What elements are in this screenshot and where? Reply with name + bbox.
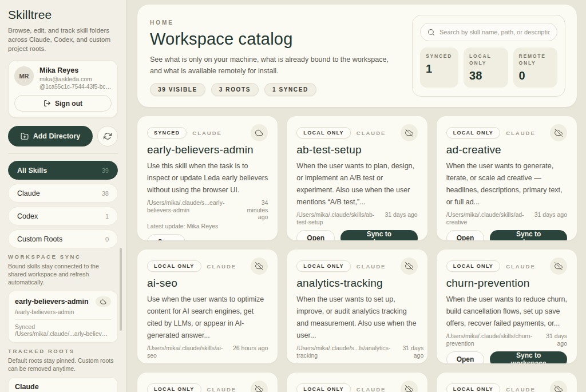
cloud-off-icon[interactable]: [550, 258, 567, 275]
source-label: CLAUDE: [506, 386, 536, 392]
sync-to-workspace-button[interactable]: Sync to workspace: [490, 230, 567, 240]
synced-count-badge: 1 SYNCED: [264, 83, 316, 96]
skill-card-ad-creative: LOCAL ONLY CLAUDE ad-creative When the u…: [437, 116, 577, 240]
user-id: @1ca55c1c-7544-43f5-bcb1-f...: [39, 84, 114, 90]
sync-to-workspace-button[interactable]: Sync to workspace: [490, 351, 567, 363]
sync-to-workspace-button[interactable]: Sync to workspace: [340, 230, 418, 240]
visible-count-badge: 39 VISIBLE: [150, 83, 205, 96]
status-badge: LOCAL ONLY: [446, 383, 501, 392]
synced-skill-title: early-believers-admin: [15, 298, 89, 306]
skill-path: /Users/mika/.claude/s...ls/analytics-tra…: [296, 345, 390, 359]
nav-count: 38: [102, 190, 109, 197]
app-tagline: Browse, edit, and track skill folders ac…: [8, 26, 118, 53]
cloud-off-icon[interactable]: [401, 258, 418, 275]
skill-card-ai-seo: LOCAL ONLY CLAUDE ai-seo Use when the us…: [137, 250, 278, 363]
add-directory-button[interactable]: Add Directory: [8, 126, 93, 146]
skill-description: Use this skill when the task is to inspe…: [147, 160, 268, 196]
nav-count: 0: [105, 236, 109, 243]
skill-description: When the user wants to generate, iterate…: [446, 160, 567, 208]
tracked-root-card[interactable]: Claude /Users/mika/.claude/skills 38 ski…: [8, 377, 118, 392]
page-title: Workspace catalog: [150, 30, 402, 49]
user-name: Mika Reyes: [39, 66, 114, 74]
status-badge: LOCAL ONLY: [446, 127, 501, 138]
sign-out-button[interactable]: Sign out: [14, 95, 112, 112]
source-label: CLAUDE: [357, 386, 386, 392]
refresh-button[interactable]: [97, 126, 118, 146]
synced-skill-path: /Users/mika/.claude/...arly-believers-ad…: [15, 330, 109, 337]
search-input[interactable]: [440, 29, 550, 35]
skill-card-cold-email: LOCAL ONLY CLAUDE cold-email: [137, 373, 278, 392]
open-button[interactable]: Open: [446, 351, 485, 363]
skill-card-content-calendar: LOCAL ONLY CLAUDE content-calendar: [437, 373, 577, 392]
source-label: CLAUDE: [192, 130, 222, 136]
skill-card-early-believers-admin: SYNCED CLAUDE early-believers-admin Use …: [137, 116, 278, 240]
nav-count: 1: [105, 213, 109, 220]
skill-path: /Users/mika/.claude/s...early-believers-…: [147, 199, 235, 221]
sidebar-item-codex[interactable]: Codex 1: [8, 207, 118, 225]
cloud-off-icon[interactable]: [550, 124, 567, 141]
sidebar-item-claude[interactable]: Claude 38: [8, 184, 118, 203]
open-button[interactable]: Open: [147, 234, 185, 241]
skill-updated: 31 days ago: [398, 345, 423, 359]
cloud-off-icon[interactable]: [401, 124, 418, 141]
sidebar-item-all-skills[interactable]: All Skills 39: [8, 161, 118, 180]
source-label: CLAUDE: [207, 386, 237, 392]
status-badge: LOCAL ONLY: [296, 127, 351, 138]
source-label: CLAUDE: [357, 263, 386, 270]
source-label: CLAUDE: [207, 263, 237, 270]
open-button[interactable]: Open: [446, 230, 485, 240]
divider: [15, 319, 111, 320]
sidebar-scrollbar[interactable]: [120, 248, 122, 331]
skill-description: When the user wants to plan, design, or …: [296, 160, 417, 208]
tracked-roots-heading: TRACKED ROOTS: [8, 348, 118, 354]
skill-updated: 31 days ago: [542, 332, 567, 347]
status-badge: SYNCED: [147, 127, 187, 138]
workspace-sync-heading: WORKSPACE SYNC: [8, 254, 118, 260]
synced-skill-slug: /early-believers-admin: [15, 308, 111, 315]
search-panel: SYNCED 1 LOCAL ONLY 38 REMOTE ONLY 0: [412, 15, 565, 97]
open-button[interactable]: Open: [296, 230, 335, 240]
source-label: CLAUDE: [506, 130, 536, 136]
cloud-off-icon[interactable]: [251, 258, 268, 275]
sign-out-icon: [43, 100, 51, 107]
cloud-off-icon[interactable]: [251, 381, 268, 392]
cloud-icon: [96, 296, 111, 307]
skill-title: ai-seo: [147, 277, 268, 290]
skill-description: Use when the user wants to optimize cont…: [147, 294, 268, 342]
user-card: MR Mika Reyes mika@askleda.com @1ca55c1c…: [8, 60, 118, 118]
skill-title: churn-prevention: [446, 277, 567, 290]
status-badge: LOCAL ONLY: [296, 383, 351, 392]
breadcrumb: HOME: [150, 19, 402, 26]
roots-count-badge: 3 ROOTS: [211, 83, 259, 96]
main-content: HOME Workspace catalog See what is only …: [126, 0, 586, 392]
stat-synced: SYNCED 1: [420, 47, 458, 88]
sidebar-divider: [8, 153, 118, 154]
refresh-icon: [104, 132, 112, 140]
skill-card-grid: SYNCED CLAUDE early-believers-admin Use …: [137, 116, 577, 392]
stat-local-only: LOCAL ONLY 38: [464, 47, 508, 88]
skill-updated: 31 days ago: [534, 211, 567, 225]
skill-description: When the user wants to reduce churn, bui…: [446, 294, 567, 330]
cloud-off-icon[interactable]: [401, 381, 418, 392]
skill-card-ab-test-setup: LOCAL ONLY CLAUDE ab-test-setup When the…: [287, 116, 427, 240]
page-header-panel: HOME Workspace catalog See what is only …: [137, 5, 577, 107]
synced-skill-card[interactable]: early-believers-admin /early-believers-a…: [8, 291, 118, 343]
search-box: [420, 23, 557, 41]
skill-path: /Users/mika/.claude/skills/churn-prevent…: [446, 332, 534, 347]
skill-card-competitor-analysis: LOCAL ONLY CLAUDE competitor-analysis: [287, 373, 427, 392]
user-email: mika@askleda.com: [39, 76, 114, 82]
sidebar: Skilltree Browse, edit, and track skill …: [0, 0, 126, 392]
status-badge: LOCAL ONLY: [147, 383, 201, 392]
cloud-off-icon[interactable]: [550, 381, 567, 392]
workspace-sync-description: Bound skills stay connected to the share…: [8, 262, 118, 286]
sidebar-item-custom-roots[interactable]: Custom Roots 0: [8, 229, 118, 248]
folder-plus-icon: [21, 132, 29, 140]
skill-updated: 31 days ago: [385, 211, 417, 225]
skill-updated: 34 minutes ago: [243, 199, 268, 221]
status-badge: LOCAL ONLY: [147, 260, 201, 272]
skill-title: analytics-tracking: [296, 277, 417, 290]
status-badge: LOCAL ONLY: [446, 260, 501, 272]
cloud-icon[interactable]: [251, 124, 268, 141]
app-title: Skilltree: [8, 8, 118, 22]
skill-card-analytics-tracking: LOCAL ONLY CLAUDE analytics-tracking Whe…: [287, 250, 427, 363]
